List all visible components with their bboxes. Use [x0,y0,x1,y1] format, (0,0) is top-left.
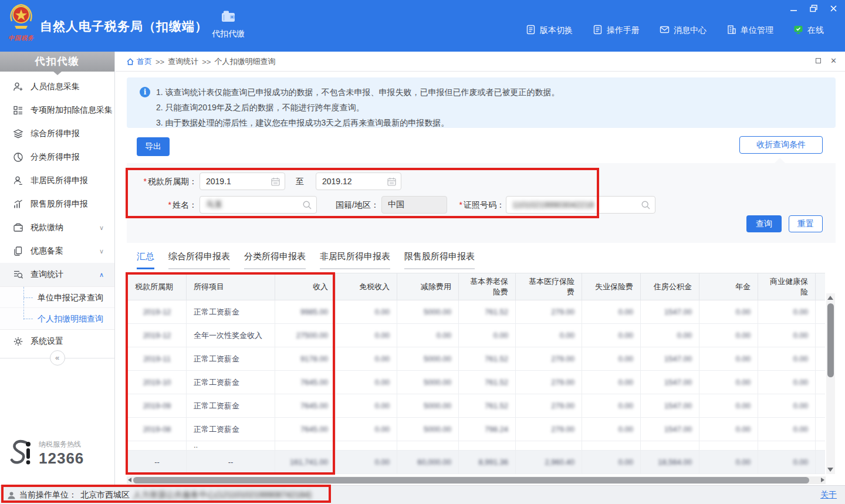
scroll-up-arrow-icon[interactable] [827,296,833,300]
search-icon[interactable] [302,200,312,210]
table-cell: 正常工资薪金 [187,394,275,418]
table-cell: 2019-10 [128,371,187,394]
name-input[interactable]: 马某 [200,196,317,214]
period-from-input[interactable]: 2019.1 [200,172,285,190]
table-cell: 0.00 [582,418,641,441]
calendar-icon[interactable] [387,177,397,187]
column-header-基本医疗保险费: 基本医疗保险费 [516,273,582,300]
sidebar-item-综合所得申报[interactable]: 综合所得申报 [0,122,114,146]
table-cell: 0.00 [816,418,826,441]
table-row: 2019-12全年一次性奖金收入27500.000.000.000.000.00… [128,324,826,347]
content-close-icon[interactable]: ✕ [830,57,837,65]
table-cell: 761.52 [459,371,516,394]
table-cell: 全年一次性奖金收入 [187,324,275,347]
table-cell: 0.00 [582,451,641,474]
about-link[interactable]: 关于 [820,490,837,500]
sidebar-item-非居民所得申报[interactable]: 非居民所得申报 [0,169,114,192]
table-cell: 0.00 [699,371,758,394]
sidebar-item-分类所得申报[interactable]: 分类所得申报 [0,146,114,169]
table-cell: 761.52 [459,347,516,371]
sidebar-item-专项附加扣除信息采集[interactable]: 专项附加扣除信息采集 [0,99,114,122]
table-cell: 0.00 [816,324,826,347]
close-button[interactable] [829,4,838,13]
table-cell: 0.00 [582,300,641,324]
table-cell: 161,741.00 [275,451,336,474]
tab-分类所得申报表[interactable]: 分类所得申报表 [244,251,306,269]
tab-综合所得申报表[interactable]: 综合所得申报表 [168,251,230,269]
horizontal-scrollbar[interactable] [127,476,826,484]
hotline-logo-icon [8,438,34,469]
sidebar-item-优惠备案[interactable]: 优惠备案∨ [0,239,114,263]
sidebar-item-查询统计[interactable]: 查询统计∧ [0,263,114,286]
search-icon[interactable] [641,200,651,210]
table-cell: 798.24 [459,418,516,441]
header-nav-消息中心[interactable]: 消息中心 [660,25,707,36]
collapse-query-button[interactable]: 收折查询条件 [739,136,823,154]
sidebar-item-税款缴纳[interactable]: 税款缴纳∨ [0,216,114,239]
toolbar-row: 导出 收折查询条件 [127,135,836,158]
search-list-icon [13,269,23,280]
calendar-icon[interactable] [271,177,280,187]
tab-限售股所得申报表[interactable]: 限售股所得申报表 [404,251,475,269]
header-nav-操作手册[interactable]: 操作手册 [593,25,640,36]
table-cell: 0.00 [758,394,816,418]
export-button[interactable]: 导出 [137,137,170,156]
table-cell: 2019-12 [128,324,187,347]
sidebar-subitem-个人扣缴明细查询[interactable]: 个人扣缴明细查询 [0,308,114,329]
sidebar-item-人员信息采集[interactable]: 人员信息采集 [0,75,114,99]
header-nav-在线[interactable]: 在线 [793,25,824,36]
vertical-scroll-thumb[interactable] [827,303,834,377]
table-cell [516,441,582,451]
table-cell: 0.00 [641,324,699,347]
table-cell: 7645.00 [275,394,336,418]
sidebar-subitem-单位申报记录查询[interactable]: 单位申报记录查询 [0,287,114,308]
tab-withholding-module[interactable]: 代扣代缴 [202,9,255,39]
chevron-down-icon: ∨ [99,248,104,255]
table-cell: 1547.00 [641,300,699,324]
breadcrumb-item-current: 个人扣缴明细查询 [214,56,275,67]
table-cell: 60,000.00 [397,451,459,474]
table-row: 2019-09正常工资薪金7645.000.005000.00761.52279… [128,394,826,418]
table-cell: 0.00 [336,371,397,394]
column-header-商业健康保险: 商业健康保险 [758,273,816,300]
wallet-tab-icon [221,15,236,25]
scroll-right-arrow-icon[interactable] [821,478,824,482]
table-cell: 27500.00 [275,324,336,347]
period-to-input[interactable]: 2019.12 [316,172,401,190]
tab-非居民所得申报表[interactable]: 非居民所得申报表 [320,251,390,269]
app-window: 中国税务 自然人电子税务局（扣缴端） 代扣代缴 版本切换操作手册消息中心单位管理… [0,0,845,504]
sidebar-submenu: 单位申报记录查询个人扣缴明细查询 [0,286,114,330]
table-cell: 0.00 [699,324,758,347]
scroll-down-arrow-icon[interactable] [827,468,833,472]
table-cell [758,441,816,451]
header-nav-单位管理[interactable]: 单位管理 [726,25,773,36]
table-cell [816,441,826,451]
sidebar-collapse-button[interactable]: « [50,350,65,366]
header-nav-版本切换[interactable]: 版本切换 [526,25,573,36]
sidebar-item-label: 综合所得申报 [31,128,80,139]
table-cell: 7645.00 [275,371,336,394]
query-button[interactable]: 查询 [746,215,782,232]
table-cell: 279.00 [516,418,582,441]
restore-button[interactable] [809,4,818,13]
header-nav: 版本切换操作手册消息中心单位管理在线 [526,25,824,36]
sidebar-item-系统设置[interactable]: 系统设置 [0,330,114,353]
scroll-left-arrow-icon[interactable] [128,478,131,482]
table-cell: 0.00 [758,347,816,371]
minimize-button[interactable] [789,4,798,13]
tab-汇总[interactable]: 汇总 [137,251,154,269]
id-number-input[interactable]: 110102199903042218 [506,196,655,214]
table-cell: 0.00 [336,451,397,474]
breadcrumb-home[interactable]: 首页 [126,56,152,67]
period-label: *税款所属期： [131,177,197,187]
vertical-scrollbar[interactable] [826,293,835,474]
reset-button[interactable]: 重置 [789,215,823,232]
table-cell: 8,991.36 [459,451,516,474]
sidebar-item-限售股所得申报[interactable]: 限售股所得申报 [0,192,114,216]
app-title: 自然人电子税务局（扣缴端） [40,18,208,35]
breadcrumb-item[interactable]: 查询统计 [168,56,198,67]
content-maximize-icon[interactable] [816,58,821,63]
horizontal-scroll-thumb[interactable] [133,477,809,483]
table-cell: 0.00 [758,451,816,474]
sidebar-item-label: 专项附加扣除信息采集 [31,105,113,116]
